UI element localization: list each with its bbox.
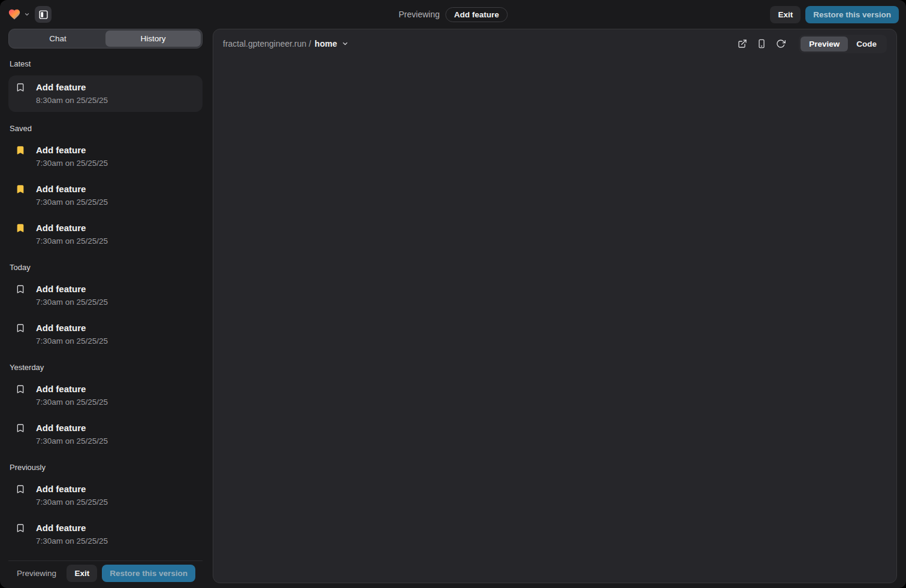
- exit-button[interactable]: Exit: [770, 6, 801, 23]
- history-item[interactable]: Add feature7:30am on 25/25/25: [8, 318, 203, 351]
- history-item-text: Add feature7:30am on 25/25/25: [36, 383, 108, 408]
- footer-exit-button[interactable]: Exit: [67, 565, 97, 582]
- tab-history[interactable]: History: [105, 31, 201, 47]
- history-item-title: Add feature: [36, 222, 108, 234]
- history-item-title: Add feature: [36, 144, 108, 156]
- view-tab-code[interactable]: Code: [848, 37, 885, 51]
- history-item[interactable]: Add feature7:30am on 25/25/25: [8, 179, 203, 212]
- preview-code-switch: PreviewCode: [799, 35, 887, 53]
- refresh-button[interactable]: [772, 35, 789, 52]
- history-item-title: Add feature: [36, 81, 108, 93]
- bookmark-icon[interactable]: [16, 83, 25, 92]
- history-item-title: Add feature: [36, 383, 108, 395]
- sidebar-toggle-button[interactable]: [35, 6, 52, 23]
- section-label-previously: Previously: [10, 463, 201, 472]
- bookmark-icon[interactable]: [16, 384, 25, 394]
- section-label-saved: Saved: [10, 124, 201, 133]
- chevron-down-icon: [342, 40, 349, 47]
- history-item-timestamp: 7:30am on 25/25/25: [36, 397, 108, 408]
- app-window: Previewing Add feature Exit Restore this…: [0, 0, 906, 588]
- history-item[interactable]: Add feature7:30am on 25/25/25: [8, 379, 203, 412]
- history-item[interactable]: Add feature7:30am on 25/25/25: [8, 479, 203, 512]
- preview-toolbar: PreviewCode: [734, 35, 887, 53]
- bookmark-icon[interactable]: [16, 423, 25, 433]
- section-label-latest: Latest: [10, 59, 201, 68]
- history-item-text: Add feature7:30am on 25/25/25: [36, 144, 108, 169]
- history-item-title: Add feature: [36, 522, 108, 534]
- restore-version-button[interactable]: Restore this version: [805, 6, 899, 23]
- history-item-title: Add feature: [36, 283, 108, 295]
- history-item-text: Add feature7:30am on 25/25/25: [36, 483, 108, 508]
- panel-left-icon: [38, 10, 49, 20]
- history-item-timestamp: 7:30am on 25/25/25: [36, 336, 108, 347]
- history-item-timestamp: 7:30am on 25/25/25: [36, 297, 108, 308]
- topbar-actions: Exit Restore this version: [770, 6, 899, 23]
- history-item[interactable]: Add feature7:30am on 25/25/25: [8, 218, 203, 251]
- open-external-button[interactable]: [734, 35, 751, 52]
- history-item-text: Add feature7:30am on 25/25/25: [36, 322, 108, 347]
- bookmark-icon[interactable]: [16, 323, 25, 333]
- bookmark-filled-icon[interactable]: [16, 184, 25, 194]
- history-item-text: Add feature7:30am on 25/25/25: [36, 522, 108, 547]
- external-link-icon: [738, 39, 747, 49]
- refresh-icon: [776, 39, 786, 49]
- history-item-title: Add feature: [36, 183, 108, 195]
- chat-history-tab-switch: ChatHistory: [8, 29, 203, 49]
- history-item-text: Add feature8:30am on 25/25/25: [36, 81, 108, 106]
- preview-panel: fractal.gptengineer.run / home: [213, 29, 897, 583]
- history-item-text: Add feature7:30am on 25/25/25: [36, 183, 108, 208]
- version-badge[interactable]: Add feature: [446, 7, 508, 22]
- smartphone-icon: [757, 39, 766, 49]
- brand-menu[interactable]: [7, 7, 30, 22]
- sidebar-footer: Previewing Exit Restore this version: [8, 560, 203, 588]
- mobile-view-button[interactable]: [753, 35, 770, 52]
- history-item-title: Add feature: [36, 322, 108, 334]
- footer-restore-version-button[interactable]: Restore this version: [102, 565, 195, 582]
- previewing-label: Previewing: [398, 10, 439, 19]
- bookmark-filled-icon[interactable]: [16, 146, 25, 155]
- history-item-timestamp: 7:30am on 25/25/25: [36, 158, 108, 169]
- history-item[interactable]: Add feature8:30am on 25/25/25: [8, 75, 203, 112]
- history-item-title: Add feature: [36, 422, 108, 434]
- history-item-title: Add feature: [36, 483, 108, 495]
- history-item-timestamp: 7:30am on 25/25/25: [36, 197, 108, 208]
- breadcrumb-page: home: [315, 39, 337, 49]
- breadcrumb-host: fractal.gptengineer.run /: [223, 39, 311, 49]
- history-item-timestamp: 7:30am on 25/25/25: [36, 497, 108, 508]
- view-tab-preview[interactable]: Preview: [801, 37, 848, 51]
- preview-panel-header: fractal.gptengineer.run / home: [213, 29, 896, 58]
- bookmark-icon[interactable]: [16, 284, 25, 294]
- history-item[interactable]: Add feature7:30am on 25/25/25: [8, 518, 203, 551]
- history-item[interactable]: Add feature7:30am on 25/25/25: [8, 279, 203, 312]
- breadcrumb[interactable]: fractal.gptengineer.run / home: [223, 39, 349, 49]
- footer-actions: Exit Restore this version: [67, 565, 203, 582]
- sidebar: ChatHistory LatestAdd feature8:30am on 2…: [8, 29, 203, 588]
- history-list: LatestAdd feature8:30am on 25/25/25Saved…: [8, 49, 203, 588]
- chevron-down-icon: [24, 11, 30, 17]
- footer-previewing-label: Previewing: [17, 569, 56, 578]
- history-item[interactable]: Add feature7:30am on 25/25/25: [8, 418, 203, 451]
- history-item-timestamp: 7:30am on 25/25/25: [36, 436, 108, 447]
- bookmark-filled-icon[interactable]: [16, 223, 25, 233]
- history-item-timestamp: 7:30am on 25/25/25: [36, 536, 108, 547]
- tab-chat[interactable]: Chat: [10, 31, 105, 47]
- history-item-text: Add feature7:30am on 25/25/25: [36, 422, 108, 447]
- lovable-heart-logo-icon[interactable]: [7, 7, 22, 22]
- history-item-timestamp: 8:30am on 25/25/25: [36, 95, 108, 106]
- history-item-timestamp: 7:30am on 25/25/25: [36, 236, 108, 247]
- topbar: Previewing Add feature Exit Restore this…: [0, 0, 906, 29]
- preview-viewport[interactable]: [213, 58, 896, 583]
- history-item[interactable]: Add feature7:30am on 25/25/25: [8, 140, 203, 173]
- history-item-text: Add feature7:30am on 25/25/25: [36, 222, 108, 247]
- preview-status: Previewing Add feature: [398, 0, 508, 29]
- bookmark-icon[interactable]: [16, 484, 25, 494]
- bookmark-icon[interactable]: [16, 523, 25, 533]
- section-label-today: Today: [10, 263, 201, 272]
- section-label-yesterday: Yesterday: [10, 363, 201, 372]
- history-item-text: Add feature7:30am on 25/25/25: [36, 283, 108, 308]
